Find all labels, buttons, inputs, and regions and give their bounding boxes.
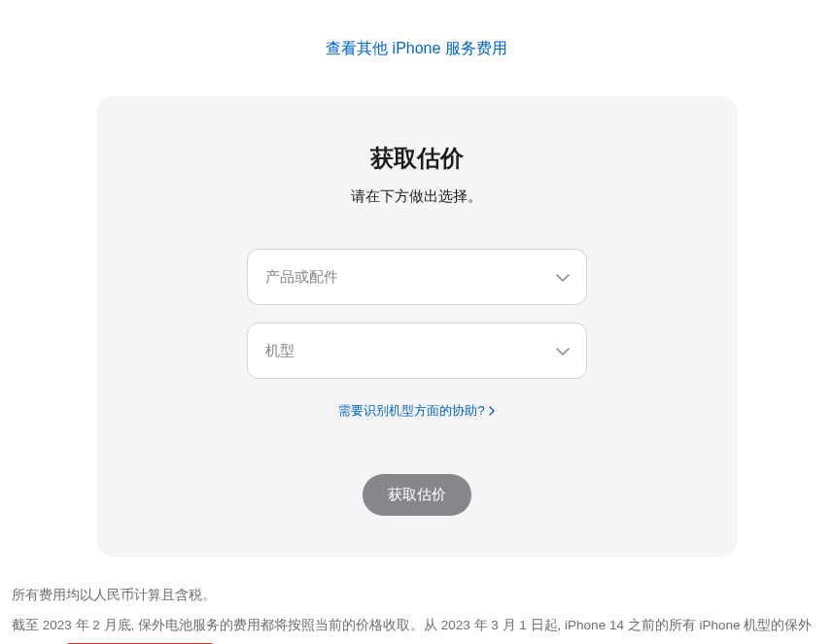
identify-model-help-link[interactable]: 需要识别机型方面的协助? [338, 402, 494, 420]
footer-notes: 所有费用均以人民币计算且含税。 截至 2023 年 2 月底, 保外电池服务的费… [10, 582, 823, 644]
help-link-text: 需要识别机型方面的协助? [338, 402, 484, 420]
card-title: 获取估价 [127, 143, 707, 174]
product-select[interactable]: 产品或配件 [247, 249, 587, 305]
other-service-fees-link[interactable]: 查看其他 iPhone 服务费用 [10, 39, 823, 59]
model-select-wrap: 机型 [247, 322, 587, 379]
product-select-wrap: 产品或配件 [247, 249, 587, 305]
model-select[interactable]: 机型 [247, 322, 587, 379]
card-subtitle: 请在下方做出选择。 [127, 187, 707, 206]
get-estimate-button[interactable]: 获取估价 [363, 474, 471, 516]
chevron-right-icon [489, 404, 495, 419]
estimate-card: 获取估价 请在下方做出选择。 产品或配件 机型 需要识别机型方面的协助? 获取估… [96, 96, 738, 557]
footer-line-1: 所有费用均以人民币计算且含税。 [12, 582, 821, 608]
footer-line-2: 截至 2023 年 2 月底, 保外电池服务的费用都将按照当前的价格收取。从 2… [12, 612, 821, 644]
footer-line-2-text: 截至 2023 年 2 月底, 保外电池服务的费用都将按照当前的价格收取。从 2… [12, 618, 812, 644]
